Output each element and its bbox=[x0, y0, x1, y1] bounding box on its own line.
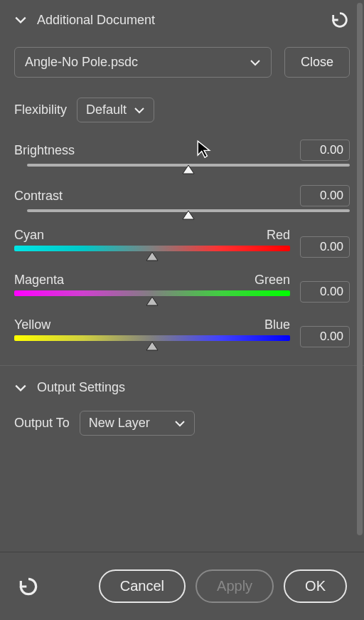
reset-icon[interactable] bbox=[330, 10, 350, 30]
apply-button[interactable]: Apply bbox=[196, 569, 274, 603]
footer: Cancel Apply OK bbox=[0, 552, 364, 620]
contrast-value[interactable]: 0.00 bbox=[300, 185, 350, 206]
red-label: Red bbox=[267, 228, 290, 243]
chevron-down-icon bbox=[250, 57, 261, 68]
flexibility-label: Flexibility bbox=[14, 103, 67, 117]
output-to-value: New Layer bbox=[89, 416, 150, 431]
chevron-down-icon bbox=[174, 418, 186, 429]
yellow-label: Yellow bbox=[14, 317, 50, 332]
cyan-label: Cyan bbox=[14, 228, 44, 243]
cancel-button[interactable]: Cancel bbox=[99, 569, 186, 603]
chevron-down-icon bbox=[14, 14, 27, 26]
scrollbar[interactable] bbox=[357, 3, 363, 535]
cyan-red-value[interactable]: 0.00 bbox=[300, 236, 350, 258]
section-title: Additional Document bbox=[37, 13, 155, 28]
slider-handle[interactable] bbox=[182, 211, 195, 222]
magenta-green-slider[interactable] bbox=[14, 290, 290, 296]
document-dropdown[interactable]: Angle-No Pole.psdc bbox=[14, 47, 272, 78]
green-label: Green bbox=[255, 273, 290, 288]
magenta-label: Magenta bbox=[14, 273, 64, 288]
blue-label: Blue bbox=[264, 317, 290, 332]
chevron-down-icon bbox=[14, 382, 27, 394]
document-dropdown-value: Angle-No Pole.psdc bbox=[25, 55, 138, 70]
reset-icon[interactable] bbox=[17, 575, 40, 598]
flexibility-dropdown[interactable]: Default bbox=[77, 98, 154, 122]
section-header-output-settings[interactable]: Output Settings bbox=[0, 366, 364, 405]
section-header-additional-document[interactable]: Additional Document bbox=[0, 0, 364, 40]
close-button[interactable]: Close bbox=[284, 47, 350, 78]
flexibility-value: Default bbox=[86, 103, 127, 117]
contrast-label: Contrast bbox=[14, 189, 63, 204]
contrast-slider[interactable] bbox=[27, 209, 350, 212]
cyan-red-slider[interactable] bbox=[14, 246, 290, 251]
section-title: Output Settings bbox=[37, 380, 125, 395]
yellow-blue-value[interactable]: 0.00 bbox=[300, 326, 350, 347]
slider-handle[interactable] bbox=[146, 297, 159, 308]
yellow-blue-slider[interactable] bbox=[14, 335, 290, 341]
magenta-green-value[interactable]: 0.00 bbox=[300, 281, 350, 303]
brightness-label: Brightness bbox=[14, 143, 75, 158]
chevron-down-icon bbox=[134, 105, 145, 116]
brightness-slider[interactable] bbox=[27, 164, 350, 167]
slider-handle[interactable] bbox=[182, 165, 195, 177]
slider-handle[interactable] bbox=[146, 342, 159, 353]
brightness-value[interactable]: 0.00 bbox=[300, 140, 350, 161]
ok-button[interactable]: OK bbox=[284, 569, 347, 603]
slider-handle[interactable] bbox=[146, 252, 159, 263]
output-to-label: Output To bbox=[14, 416, 70, 431]
output-to-dropdown[interactable]: New Layer bbox=[80, 411, 195, 436]
